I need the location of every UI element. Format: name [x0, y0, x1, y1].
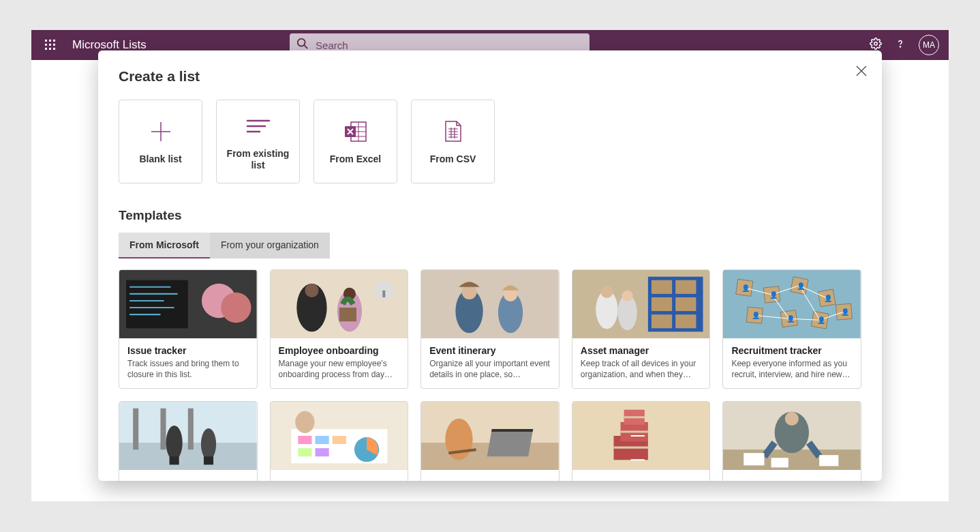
csv-file-icon	[444, 118, 462, 145]
svg-rect-86	[204, 456, 213, 464]
svg-rect-89	[298, 436, 311, 444]
svg-rect-2	[53, 40, 55, 42]
templates-heading: Templates	[119, 208, 861, 223]
svg-rect-0	[45, 40, 47, 42]
template-thumbnail	[271, 402, 408, 470]
template-grid: Issue tracker Track issues and bring the…	[119, 269, 861, 481]
svg-rect-51	[652, 280, 672, 294]
svg-rect-41	[339, 308, 356, 321]
svg-point-11	[874, 42, 878, 46]
template-card[interactable]	[270, 401, 409, 481]
template-desc: Track issues and bring them to closure i…	[127, 359, 249, 380]
svg-point-95	[295, 411, 314, 433]
svg-point-58	[600, 286, 613, 298]
svg-rect-109	[744, 453, 765, 465]
svg-rect-54	[675, 297, 696, 311]
svg-text:👤: 👤	[786, 314, 795, 323]
svg-rect-92	[298, 448, 311, 456]
template-card[interactable]	[572, 401, 711, 481]
blank-list-card[interactable]: Blank list	[119, 100, 202, 183]
template-title: Issue tracker	[127, 345, 249, 356]
template-employee-onboarding[interactable]: Employee onboarding Manage your new empl…	[270, 269, 409, 389]
svg-point-38	[305, 284, 318, 297]
svg-rect-7	[49, 48, 51, 50]
svg-rect-5	[53, 44, 55, 46]
app-launcher-icon[interactable]	[37, 31, 64, 59]
create-card-label: Blank list	[139, 153, 181, 165]
list-lines-icon	[245, 113, 272, 140]
svg-rect-55	[652, 314, 672, 328]
svg-rect-93	[315, 448, 328, 456]
template-thumbnail	[572, 402, 710, 470]
svg-rect-52	[675, 280, 696, 294]
excel-icon	[344, 118, 367, 145]
svg-text:👤: 👤	[817, 316, 826, 325]
svg-rect-1	[49, 40, 51, 42]
svg-point-12	[900, 46, 900, 47]
svg-rect-90	[315, 436, 328, 444]
svg-rect-4	[49, 44, 51, 46]
svg-rect-111	[771, 458, 788, 467]
svg-point-9	[298, 39, 305, 46]
template-tabs: From Microsoft From your organization	[119, 233, 861, 258]
template-recruitment-tracker[interactable]: 👤👤👤👤 👤👤👤👤 Recruitment tracker Keep every…	[722, 269, 861, 389]
svg-rect-91	[332, 436, 346, 444]
tab-from-microsoft[interactable]: From Microsoft	[119, 233, 210, 258]
template-title: Employee onboarding	[279, 345, 400, 356]
svg-point-108	[785, 412, 799, 426]
template-desc: Keep track of all devices in your organi…	[581, 359, 702, 380]
svg-rect-98	[487, 429, 534, 456]
template-card[interactable]	[420, 401, 560, 481]
search-input[interactable]	[316, 40, 583, 51]
svg-point-83	[166, 426, 183, 460]
template-thumbnail	[723, 402, 861, 470]
close-icon[interactable]	[856, 65, 867, 79]
creation-options: Blank list From existing list From E	[119, 100, 861, 183]
template-thumbnail	[421, 270, 559, 338]
template-card[interactable]	[119, 401, 258, 481]
template-title: Recruitment tracker	[731, 345, 853, 356]
svg-text:👤: 👤	[752, 311, 761, 320]
app-title: Microsoft Lists	[72, 38, 147, 52]
svg-rect-8	[53, 48, 55, 50]
from-csv-card[interactable]: From CSV	[411, 100, 495, 183]
svg-text:👤: 👤	[825, 294, 833, 303]
svg-text:👤: 👤	[842, 308, 851, 316]
help-icon[interactable]	[894, 38, 906, 53]
create-list-modal: Create a list Blank list From existing l…	[98, 50, 882, 481]
plus-icon	[149, 118, 173, 145]
svg-rect-6	[45, 48, 47, 50]
modal-title: Create a list	[119, 68, 861, 85]
template-thumbnail	[119, 402, 257, 470]
from-existing-list-card[interactable]: From existing list	[216, 100, 300, 183]
template-thumbnail: 👤👤👤👤 👤👤👤👤	[723, 270, 861, 338]
svg-rect-43	[382, 291, 385, 297]
avatar[interactable]: MA	[919, 35, 939, 55]
template-thumbnail	[271, 270, 408, 338]
template-desc: Organize all your important event detail…	[429, 359, 551, 380]
svg-text:👤: 👤	[742, 284, 751, 293]
template-event-itinerary[interactable]: Event itinerary Organize all your import…	[420, 269, 560, 389]
create-card-label: From existing list	[221, 148, 295, 171]
svg-text:👤: 👤	[769, 291, 778, 299]
svg-point-60	[622, 291, 632, 301]
create-card-label: From Excel	[330, 153, 381, 165]
svg-line-10	[305, 46, 308, 49]
svg-rect-84	[170, 456, 179, 464]
svg-rect-3	[45, 44, 47, 46]
svg-rect-110	[820, 455, 839, 466]
template-thumbnail	[421, 402, 559, 470]
template-title: Event itinerary	[429, 345, 551, 356]
template-thumbnail	[572, 270, 710, 338]
template-card[interactable]	[722, 401, 861, 481]
template-asset-manager[interactable]: Asset manager Keep track of all devices …	[572, 269, 711, 389]
tab-from-your-organization[interactable]: From your organization	[210, 233, 330, 258]
svg-rect-82	[188, 409, 194, 449]
from-excel-card[interactable]: From Excel	[313, 100, 397, 183]
template-issue-tracker[interactable]: Issue tracker Track issues and bring the…	[119, 269, 258, 389]
template-desc: Keep everyone informed as you recruit, i…	[731, 359, 853, 380]
svg-text:👤: 👤	[797, 282, 806, 291]
template-title: Asset manager	[581, 345, 702, 356]
svg-rect-81	[160, 409, 166, 449]
create-card-label: From CSV	[430, 153, 476, 165]
